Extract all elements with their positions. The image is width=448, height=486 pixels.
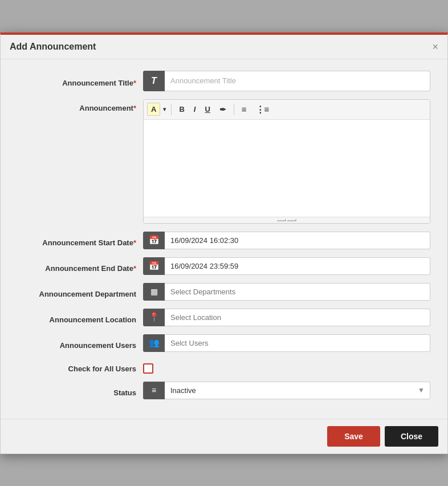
modal-header: Add Announcement × <box>1 35 447 59</box>
department-icon: ▦ <box>143 283 165 301</box>
text-format-icon: T <box>143 71 165 91</box>
announcement-content-area[interactable] <box>144 120 430 217</box>
location-label: Announcement Location <box>18 311 143 324</box>
status-label: Status <box>18 384 143 397</box>
users-icon: 👥 <box>143 334 165 352</box>
end-date-input[interactable] <box>165 257 430 275</box>
start-date-row: Announcement Start Date* 📅 <box>18 232 430 249</box>
end-date-label: Announcement End Date* <box>18 260 143 273</box>
title-input-wrap: T <box>143 71 430 91</box>
department-input[interactable] <box>165 283 430 301</box>
status-select[interactable]: Inactive Active <box>165 382 430 399</box>
toolbar-divider-2 <box>234 104 234 115</box>
underline-button[interactable]: U <box>201 103 214 116</box>
modal-footer: Save Close <box>1 419 447 453</box>
announcement-row: Announcement* A ▾ B I U ✒ ≡ ⋮≡ <box>18 99 430 224</box>
start-date-wrap: 📅 <box>143 232 430 249</box>
status-icon: ≡ <box>143 382 165 399</box>
users-row: Announcement Users 👥 <box>18 334 430 352</box>
editor-toolbar: A ▾ B I U ✒ ≡ ⋮≡ <box>144 100 430 120</box>
status-row: Status ≡ Inactive Active ▼ <box>18 382 430 399</box>
users-wrap: 👥 <box>143 334 430 352</box>
location-row: Announcement Location 📍 <box>18 309 430 326</box>
title-row: Announcement Title* T <box>18 71 430 91</box>
italic-button[interactable]: I <box>190 103 200 116</box>
start-date-label: Announcement Start Date* <box>18 234 143 247</box>
unordered-list-button[interactable]: ≡ <box>238 102 251 116</box>
status-wrap: ≡ Inactive Active ▼ <box>143 382 430 399</box>
calendar-icon-start: 📅 <box>143 232 165 249</box>
location-icon: 📍 <box>143 309 165 326</box>
editor-resize-handle <box>144 217 430 223</box>
add-announcement-modal: Add Announcement × Announcement Title* T… <box>0 33 448 454</box>
close-button[interactable]: Close <box>385 426 438 447</box>
end-date-wrap: 📅 <box>143 257 430 275</box>
check-all-users-checkbox[interactable] <box>143 363 153 374</box>
start-date-input[interactable] <box>165 232 430 249</box>
check-all-wrap <box>143 360 153 374</box>
announcement-title-input[interactable] <box>165 71 430 91</box>
users-input[interactable] <box>165 334 430 352</box>
modal-title: Add Announcement <box>10 42 96 52</box>
ordered-list-button[interactable]: ⋮≡ <box>252 102 274 117</box>
modal-body: Announcement Title* T Announcement* A ▾ … <box>1 59 447 419</box>
location-wrap: 📍 <box>143 309 430 326</box>
department-row: Announcement Department ▦ <box>18 283 430 301</box>
bold-button[interactable]: B <box>175 103 188 116</box>
check-all-row: Check for All Users <box>18 360 430 374</box>
calendar-icon-end: 📅 <box>143 257 165 275</box>
highlight-dropdown-button[interactable]: ▾ <box>161 104 168 115</box>
toolbar-divider-1 <box>171 104 172 115</box>
status-select-wrap: Inactive Active ▼ <box>165 382 430 399</box>
title-label: Announcement Title* <box>18 74 143 87</box>
department-label: Announcement Department <box>18 285 143 298</box>
clear-format-button[interactable]: ✒ <box>215 103 230 116</box>
close-x-button[interactable]: × <box>432 42 438 52</box>
department-wrap: ▦ <box>143 283 430 301</box>
highlight-button[interactable]: A <box>147 103 160 116</box>
users-label: Announcement Users <box>18 337 143 350</box>
announcement-label: Announcement* <box>18 99 143 112</box>
save-button[interactable]: Save <box>327 426 380 447</box>
location-input[interactable] <box>165 309 430 326</box>
check-all-label: Check for All Users <box>18 360 143 373</box>
end-date-row: Announcement End Date* 📅 <box>18 257 430 275</box>
announcement-editor: A ▾ B I U ✒ ≡ ⋮≡ <box>143 99 430 224</box>
